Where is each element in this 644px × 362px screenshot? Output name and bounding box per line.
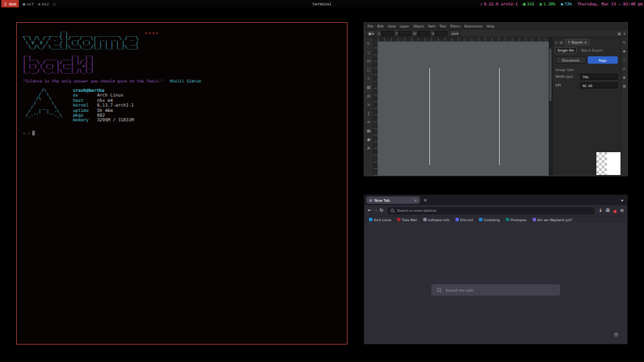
- menu-filters[interactable]: Filters: [450, 24, 460, 28]
- terminal-banner: _ __ _____| | ___ ___ _ __ ___ ___ \ \ /…: [23, 27, 341, 73]
- h-field-label: H: [432, 32, 435, 36]
- snap-center-icon[interactable]: ◉: [623, 75, 625, 79]
- personalize-gear-icon[interactable]: ⚙: [614, 332, 619, 338]
- calligraphy-tool[interactable]: ≈: [365, 117, 373, 126]
- hamburger-menu-icon[interactable]: ≡: [620, 208, 624, 213]
- memory-icon: ▦: [523, 1, 526, 6]
- page-border-line: [499, 68, 500, 165]
- system-fetch: /\ / \ /\ \ / \ / __ \ / | | -\ /_-'' ''…: [23, 88, 341, 123]
- y-field: Y: [396, 31, 411, 36]
- menu-help[interactable]: Help: [486, 24, 494, 28]
- export-document-button[interactable]: Document: [555, 56, 586, 64]
- arch-favicon: [369, 218, 372, 221]
- tab-single-file[interactable]: Single file: [555, 47, 577, 54]
- recorder-extension-icon[interactable]: ●: [613, 208, 616, 213]
- dpi-input[interactable]: [580, 82, 618, 88]
- tab-close-icon[interactable]: ×: [414, 198, 417, 202]
- export-dialog: ⊙ ▤ ↑ Export × Single file Batch Export …: [552, 38, 621, 176]
- menu-path[interactable]: Path: [428, 24, 435, 28]
- menu-edit[interactable]: Edit: [377, 24, 384, 28]
- inkscape-canvas[interactable]: [378, 42, 549, 176]
- export-mode-tabs: Single file Batch Export: [553, 46, 621, 54]
- ellipse-tool[interactable]: ○: [365, 65, 373, 74]
- export-target-buttons: Document Page: [555, 56, 618, 64]
- fetch-key: memory: [73, 118, 97, 123]
- dock-wrench-icon[interactable]: ⊙: [555, 40, 557, 44]
- newtab-search-box[interactable]: [431, 284, 560, 296]
- spiral-tool[interactable]: ◎: [365, 91, 373, 100]
- star-tool[interactable]: ☆: [365, 74, 373, 82]
- snap-node-icon[interactable]: ⊥: [623, 58, 625, 62]
- tool-options-button[interactable]: ▣ ▾: [366, 30, 376, 36]
- terminal-quote: "Silence is the only answer you should g…: [23, 78, 341, 83]
- export-page-button[interactable]: Page: [588, 56, 619, 64]
- y-input[interactable]: [398, 31, 411, 36]
- dropper-tool-icon: ◉: [367, 137, 370, 141]
- box3d-tool[interactable]: ▧: [365, 82, 373, 91]
- snap-icon[interactable]: ▦: [618, 32, 621, 36]
- bookmark-codeberg[interactable]: Codeberg: [479, 218, 500, 222]
- unit-dropdown[interactable]: px ▾: [449, 30, 460, 36]
- scrollbar-thumb[interactable]: [549, 48, 551, 101]
- canvas-vertical-scrollbar[interactable]: [549, 38, 552, 176]
- w-field: W: [413, 31, 430, 36]
- volume-icon: ◉: [561, 1, 564, 6]
- menu-extensions[interactable]: Extensions: [464, 24, 482, 28]
- workspace-tag-active[interactable]: 1 dwm: [1, 0, 19, 7]
- dock-panel-icon[interactable]: ▤: [559, 40, 563, 44]
- bookmark-arch-linux[interactable]: Arch Linux: [369, 218, 391, 222]
- bookmark-photopea[interactable]: Photopea: [506, 218, 527, 222]
- menu-object[interactable]: Object: [413, 24, 424, 28]
- browser-tab-newtab[interactable]: ⊕ New Tab ×: [366, 196, 420, 204]
- shell-prompt[interactable]: ~ ›: [23, 131, 341, 136]
- dropper-tool[interactable]: ◉: [365, 135, 373, 143]
- bookmark-discord[interactable]: Discord: [455, 218, 473, 222]
- back-button[interactable]: ←: [368, 208, 372, 213]
- url-input[interactable]: [397, 208, 592, 213]
- gradient-tool[interactable]: ▤: [365, 126, 373, 135]
- snap-global-icon[interactable]: %: [623, 40, 626, 44]
- close-icon[interactable]: ×: [584, 40, 587, 44]
- forward-button[interactable]: →: [374, 208, 378, 213]
- layout-symbol-icon[interactable]: ▢: [53, 1, 56, 6]
- bookmark-label: Discord: [460, 218, 473, 222]
- workspace-tag-mzz[interactable]: ▪ mzz: [38, 1, 49, 6]
- bookmark-software-refs[interactable]: software refs: [423, 218, 449, 222]
- url-bar[interactable]: [388, 207, 595, 215]
- bookmark-are-we-wayland-yet[interactable]: Are we Wayland yet?: [533, 218, 572, 222]
- extensions-icon[interactable]: ⊞: [606, 208, 610, 213]
- text-tool[interactable]: A: [365, 143, 373, 152]
- workspace-tag-ust[interactable]: ● ust: [23, 1, 34, 6]
- node-tool[interactable]: ◇: [365, 48, 373, 56]
- newtab-search-input[interactable]: [445, 288, 555, 292]
- rect-tool[interactable]: ▭: [365, 56, 373, 65]
- pen-tool[interactable]: ∫: [365, 109, 373, 117]
- new-tab-button[interactable]: +: [423, 198, 427, 203]
- snap-angle-icon[interactable]: ∠: [623, 66, 625, 70]
- export-icon: ↑: [568, 40, 570, 44]
- width-input[interactable]: [580, 74, 618, 80]
- export-dock-tab[interactable]: ↑ Export ×: [565, 39, 590, 46]
- bookmarks-bar: Arch Linux Tuta Mail software refs Disco…: [364, 216, 627, 223]
- select-tool[interactable]: ↖: [365, 39, 373, 48]
- list-tabs-chevron-icon[interactable]: ▾: [621, 198, 623, 202]
- snap-grid-icon[interactable]: ▦: [623, 84, 626, 88]
- bookmark-tuta-mail[interactable]: Tuta Mail: [397, 218, 417, 222]
- node-tool-icon: ◇: [367, 50, 370, 54]
- snap-bbox-icon[interactable]: ◆: [623, 49, 626, 53]
- menu-layer[interactable]: Layer: [400, 24, 409, 28]
- chevron-down-icon[interactable]: ▾: [623, 32, 625, 36]
- reload-button[interactable]: ↻: [380, 208, 384, 213]
- export-preview-thumbnail: [596, 152, 621, 175]
- downloads-icon[interactable]: ↓: [598, 208, 602, 213]
- terminal-window[interactable]: _ __ _____| | ___ ___ _ __ ___ ___ \ \ /…: [16, 22, 347, 345]
- menu-file[interactable]: File: [368, 24, 373, 28]
- menu-text[interactable]: Text: [439, 24, 446, 28]
- x-input[interactable]: [381, 31, 394, 36]
- w-input[interactable]: [417, 31, 430, 36]
- tuta-favicon: [397, 218, 400, 221]
- tab-batch-export[interactable]: Batch Export: [580, 48, 605, 53]
- pencil-tool[interactable]: ∿: [365, 100, 373, 109]
- h-input[interactable]: [435, 31, 447, 36]
- menu-view[interactable]: View: [388, 24, 396, 28]
